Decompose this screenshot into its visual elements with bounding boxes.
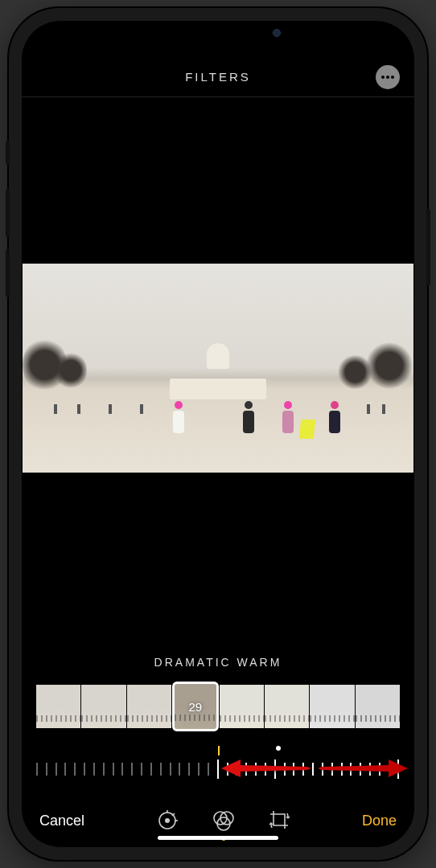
more-options-button[interactable] <box>376 65 400 89</box>
svg-point-1 <box>165 818 170 823</box>
filter-thumb-selected[interactable]: 29 <box>172 682 219 731</box>
done-button[interactable]: Done <box>362 813 397 829</box>
page-title: FILTERS <box>185 70 251 84</box>
home-indicator[interactable] <box>158 836 278 840</box>
photo-preview <box>23 264 413 473</box>
intensity-slider[interactable] <box>36 746 400 794</box>
filter-name-label: DRAMATIC WARM <box>22 638 414 682</box>
slider-ticks <box>36 759 400 780</box>
filter-thumb[interactable] <box>220 685 264 728</box>
filter-intensity-value: 29 <box>189 700 203 714</box>
filter-thumb[interactable] <box>265 685 309 728</box>
filter-thumb[interactable] <box>310 685 354 728</box>
filter-thumb[interactable] <box>356 685 400 728</box>
filter-thumb[interactable] <box>81 685 125 728</box>
slider-center-indicator <box>218 746 220 755</box>
top-bar: FILTERS <box>22 57 414 97</box>
filter-thumb[interactable] <box>36 685 80 728</box>
crop-tool-button[interactable] <box>268 809 292 833</box>
filters-tool-button[interactable] <box>212 809 236 833</box>
photo-canvas[interactable] <box>22 97 414 638</box>
slider-origin-marker <box>276 746 281 751</box>
cancel-button[interactable]: Cancel <box>39 813 84 829</box>
filter-thumb[interactable] <box>127 685 171 728</box>
adjust-tool-button[interactable] <box>155 809 179 833</box>
filter-thumbnail-strip[interactable]: 29 <box>36 682 400 731</box>
front-camera <box>273 29 281 37</box>
